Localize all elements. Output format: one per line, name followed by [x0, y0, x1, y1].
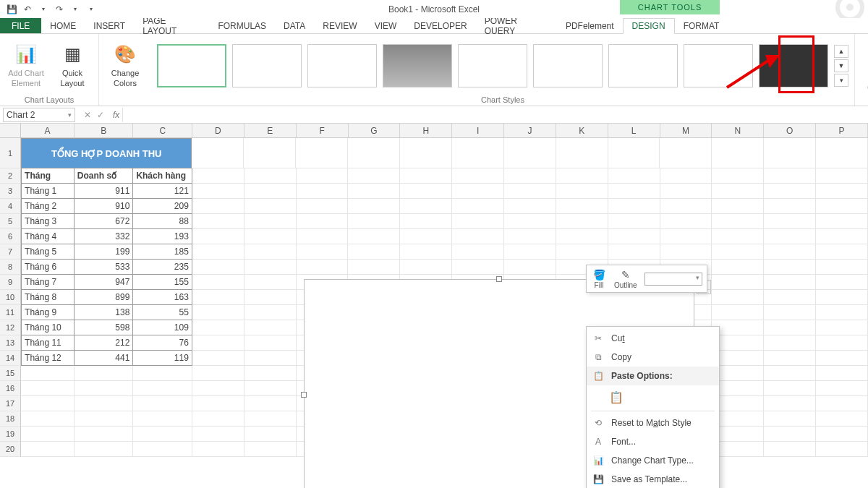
cell[interactable]	[75, 366, 134, 381]
cell[interactable]	[712, 427, 765, 442]
ctx-change-chart-type[interactable]: 📊Change Chart Type...	[587, 451, 719, 470]
cell[interactable]	[452, 199, 504, 214]
cell[interactable]	[712, 290, 764, 305]
row-header[interactable]: 8	[0, 260, 21, 275]
cell[interactable]	[816, 396, 868, 411]
cell[interactable]	[712, 199, 764, 214]
cell[interactable]	[133, 396, 192, 411]
cell[interactable]: Tháng 2	[21, 199, 75, 214]
cell[interactable]	[816, 199, 868, 214]
gallery-up-icon[interactable]: ▲	[834, 45, 848, 58]
cell[interactable]	[21, 366, 75, 381]
cell[interactable]	[712, 366, 765, 381]
cell[interactable]	[816, 381, 868, 396]
tab-pdfelement[interactable]: PDFelement	[557, 18, 623, 33]
cell[interactable]	[452, 138, 504, 168]
cell[interactable]	[192, 260, 244, 275]
col-header[interactable]: M	[660, 124, 712, 137]
cell[interactable]	[400, 168, 452, 184]
tab-page-layout[interactable]: PAGE LAYOUT	[134, 18, 209, 33]
cell[interactable]	[660, 138, 712, 168]
tab-formulas[interactable]: FORMULAS	[209, 18, 275, 33]
style-combo[interactable]	[644, 273, 702, 286]
cell[interactable]	[244, 427, 297, 442]
col-header[interactable]: C	[133, 124, 192, 137]
chart-style-9[interactable]	[759, 44, 828, 87]
cell[interactable]	[133, 411, 192, 427]
cell[interactable]	[400, 260, 452, 275]
cell[interactable]	[764, 411, 816, 427]
fill-button[interactable]: 🪣 Fill	[591, 268, 607, 289]
cell[interactable]	[133, 442, 192, 457]
tab-format[interactable]: FORMAT	[675, 18, 728, 33]
cell[interactable]	[504, 244, 556, 260]
cell[interactable]: 138	[75, 305, 134, 320]
col-header[interactable]: O	[764, 124, 816, 137]
cell[interactable]: 235	[133, 260, 192, 275]
tab-view[interactable]: VIEW	[366, 18, 406, 33]
col-header[interactable]: B	[75, 124, 134, 137]
cell[interactable]	[556, 214, 608, 229]
cell[interactable]	[556, 184, 608, 199]
cell[interactable]	[244, 138, 296, 168]
redo-icon[interactable]: ↷	[54, 4, 65, 15]
cell[interactable]	[712, 442, 765, 457]
table-title[interactable]: TỔNG HỢP DOANH THU	[21, 138, 192, 168]
cell[interactable]: 899	[75, 290, 134, 305]
row-header[interactable]: 11	[0, 305, 21, 320]
cell[interactable]	[816, 411, 868, 427]
cell[interactable]	[608, 168, 660, 184]
cell[interactable]	[244, 305, 297, 320]
chart-style-6[interactable]	[533, 44, 603, 87]
cell[interactable]	[712, 335, 764, 351]
cell[interactable]	[608, 214, 660, 229]
cell[interactable]	[764, 442, 816, 457]
cell[interactable]	[244, 184, 297, 199]
cell[interactable]: 598	[75, 320, 134, 335]
cell[interactable]	[556, 244, 608, 260]
cell[interactable]	[660, 244, 712, 260]
cell[interactable]	[21, 396, 75, 411]
cell[interactable]	[244, 229, 297, 244]
cell[interactable]	[504, 214, 556, 229]
name-box[interactable]: Chart 2	[3, 108, 75, 122]
formula-input[interactable]	[122, 108, 868, 122]
tab-insert[interactable]: INSERT	[85, 18, 134, 33]
cell[interactable]	[348, 199, 400, 214]
cell[interactable]	[816, 290, 868, 305]
cell[interactable]	[192, 427, 244, 442]
row-header[interactable]: 9	[0, 275, 21, 290]
cell[interactable]	[712, 184, 764, 199]
cell[interactable]	[556, 199, 608, 214]
cell[interactable]	[296, 138, 348, 168]
cell[interactable]	[608, 199, 660, 214]
row-header[interactable]: 2	[0, 168, 21, 184]
cell[interactable]	[764, 381, 816, 396]
cell[interactable]	[192, 351, 244, 366]
row-header[interactable]: 16	[0, 381, 21, 396]
cell[interactable]	[764, 168, 816, 184]
col-header[interactable]: P	[816, 124, 868, 137]
outline-button[interactable]: ✎ Outline	[614, 268, 637, 289]
col-header[interactable]: K	[556, 124, 608, 137]
cell[interactable]	[816, 275, 868, 290]
cell[interactable]	[816, 229, 868, 244]
cell[interactable]	[21, 427, 75, 442]
cell[interactable]	[133, 381, 192, 396]
cell[interactable]	[608, 138, 660, 168]
col-header[interactable]: H	[400, 124, 452, 137]
cell[interactable]	[816, 442, 868, 457]
row-header[interactable]: 20	[0, 442, 21, 457]
cell[interactable]	[660, 229, 712, 244]
cell[interactable]	[556, 229, 608, 244]
cell[interactable]	[348, 244, 400, 260]
cell[interactable]	[816, 260, 868, 275]
cell[interactable]	[660, 184, 712, 199]
cell[interactable]	[75, 396, 134, 411]
cell[interactable]	[816, 138, 868, 168]
fx-icon[interactable]: fx	[110, 110, 122, 120]
cell[interactable]	[816, 214, 868, 229]
ctx-font[interactable]: AFont...	[587, 432, 719, 451]
cell[interactable]	[348, 229, 400, 244]
cell[interactable]	[400, 184, 452, 199]
